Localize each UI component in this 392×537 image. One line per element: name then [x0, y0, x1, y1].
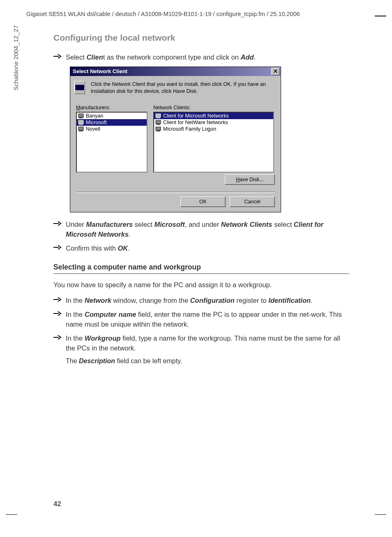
item-label: Microsoft: [86, 120, 107, 125]
svg-rect-1: [79, 118, 83, 118]
arrow-icon: [53, 334, 66, 340]
bold-text: Microsoft: [154, 221, 185, 228]
item-label: Banyan: [86, 113, 103, 119]
bold-text: OK: [118, 244, 128, 252]
select-network-client-dialog: Select Network Client ✕ Click the Networ…: [70, 67, 281, 212]
have-disk-button[interactable]: Have Disk...: [225, 174, 275, 185]
bold-text: Identification: [268, 297, 311, 304]
svg-rect-0: [78, 114, 83, 117]
text: In the: [66, 311, 85, 318]
svg-rect-5: [79, 131, 83, 131]
bold-text: Network: [85, 297, 111, 304]
separator: [76, 191, 275, 193]
svg-rect-10: [156, 127, 161, 130]
item-label: Client for NetWare Networks: [163, 120, 228, 125]
list-item[interactable]: Client for NetWare Networks: [154, 119, 273, 126]
text: Confirm this with: [66, 244, 118, 252]
svg-rect-9: [156, 124, 160, 125]
text: field can be left empty.: [115, 357, 182, 364]
svg-rect-4: [78, 127, 83, 130]
crop-mark: [375, 514, 386, 515]
dialog-titlebar[interactable]: Select Network Client ✕: [70, 67, 281, 76]
text: register to: [235, 297, 269, 304]
svg-rect-8: [156, 120, 161, 124]
network-clients-listbox[interactable]: Client for Microsoft Networks Client for…: [153, 112, 274, 173]
step-item: In the Workgroup field, type a name for …: [53, 334, 349, 353]
bold-text: Add: [241, 53, 254, 61]
text: In the: [66, 334, 85, 342]
device-icon: [155, 126, 161, 132]
list-item[interactable]: Banyan: [77, 113, 147, 119]
text: .: [129, 230, 131, 238]
text: In the: [66, 297, 85, 304]
svg-rect-3: [79, 124, 83, 125]
paragraph: The Description field can be left empty.: [53, 357, 349, 365]
text: t as the network component type and clic…: [103, 53, 241, 61]
network-clients-label: Network Clients:: [153, 105, 274, 111]
arrow-icon: [53, 53, 66, 59]
manufacturers-listbox[interactable]: Banyan Microsoft Novell: [76, 112, 148, 173]
item-label: Novell: [86, 126, 100, 132]
text: .: [254, 53, 256, 61]
dialog-instruction: Click the Network Client that you want t…: [91, 81, 275, 95]
bold-text: Computer name: [85, 311, 136, 318]
computer-icon: [74, 81, 85, 94]
arrow-icon: [53, 220, 66, 226]
arrow-icon: [53, 244, 66, 250]
svg-rect-6: [156, 114, 161, 117]
page-number: 42: [53, 500, 61, 508]
close-icon[interactable]: ✕: [271, 68, 279, 75]
list-item[interactable]: Microsoft: [77, 119, 147, 126]
item-label: Microsoft Family Logon: [163, 126, 216, 132]
crop-mark: [375, 16, 386, 16]
text: , and under: [185, 221, 221, 228]
template-stamp: Schablone 2004_12_27: [12, 25, 19, 90]
arrow-icon: [53, 296, 66, 302]
heading-rule: [53, 273, 349, 274]
item-label: Client for Microsoft Networks: [163, 113, 229, 119]
device-icon: [155, 113, 161, 119]
bold-text: Network Clients: [221, 221, 272, 228]
step-item: In the Computer name field, enter the na…: [53, 310, 349, 330]
device-icon: [78, 113, 84, 119]
step-item: In the Network window, change from the C…: [53, 296, 349, 306]
step-item: Confirm this with OK.: [53, 244, 349, 254]
device-icon: [78, 120, 84, 125]
list-item[interactable]: Microsoft Family Logon: [154, 126, 273, 132]
svg-rect-11: [156, 131, 160, 131]
text: Under: [66, 221, 86, 228]
text: .: [128, 244, 130, 252]
bold-text: Description: [79, 357, 115, 364]
page-header: Gigaset SE551 WLAN dsl/cable / deutsch /…: [26, 11, 363, 17]
bold-text: Workgroup: [85, 334, 121, 342]
dialog-title: Select Network Client: [73, 68, 271, 74]
text: The: [66, 357, 79, 364]
arrow-icon: [53, 310, 66, 316]
list-item[interactable]: Client for Microsoft Networks: [154, 113, 273, 119]
list-item[interactable]: Novell: [77, 126, 147, 132]
section-heading: Selecting a computer name and workgroup: [53, 263, 349, 272]
paragraph: You now have to specify a name for the P…: [53, 280, 349, 290]
cancel-button[interactable]: Cancel: [230, 196, 275, 207]
svg-rect-7: [156, 118, 160, 118]
text: .: [311, 297, 313, 304]
svg-rect-2: [78, 120, 83, 124]
bold-text: Manufacturers: [86, 221, 133, 228]
text: select: [133, 221, 154, 228]
text: Select: [66, 53, 86, 61]
ok-button[interactable]: OK: [180, 196, 226, 207]
step-item: Select Client as the network component t…: [53, 53, 349, 62]
text: window, change from the: [111, 297, 190, 304]
bold-text: Configuration: [190, 297, 235, 304]
device-icon: [78, 126, 84, 132]
manufacturers-label: Manufacturers:: [76, 105, 148, 111]
crop-mark: [6, 514, 17, 515]
bold-text: Clien: [86, 53, 103, 61]
step-item: Under Manufacturers select Microsoft, an…: [53, 220, 349, 240]
device-icon: [155, 120, 161, 125]
text: select: [272, 221, 294, 228]
page-title: Configuring the local network: [53, 33, 349, 43]
